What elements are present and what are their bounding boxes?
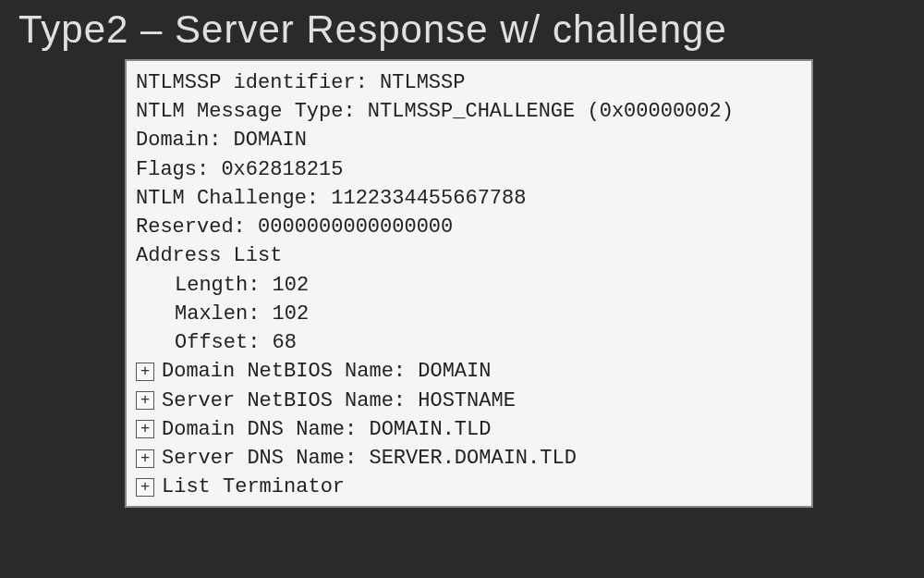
field-flags: Flags: 0x62818215 (136, 155, 808, 184)
packet-detail-panel: NTLMSSP identifier: NTLMSSP NTLM Message… (125, 59, 813, 508)
field-reserved: Reserved: 0000000000000000 (136, 213, 808, 241)
field-offset: Offset: 68 (136, 328, 808, 357)
field-ntlmssp-identifier: NTLMSSP identifier: NTLMSSP (136, 68, 808, 97)
field-domain: Domain: DOMAIN (136, 126, 808, 154)
field-ntlm-challenge: NTLM Challenge: 1122334455667788 (136, 184, 808, 213)
expand-icon[interactable]: + (136, 420, 154, 438)
row-server-netbios: + Server NetBIOS Name: HOSTNAME (136, 387, 808, 415)
expand-icon[interactable]: + (136, 449, 154, 468)
row-server-dns: + Server DNS Name: SERVER.DOMAIN.TLD (136, 444, 808, 473)
field-ntlm-message-type: NTLM Message Type: NTLMSSP_CHALLENGE (0x… (136, 97, 808, 126)
row-domain-netbios: + Domain NetBIOS Name: DOMAIN (136, 357, 808, 386)
field-length: Length: 102 (136, 271, 808, 300)
field-domain-dns: Domain DNS Name: DOMAIN.TLD (162, 415, 491, 444)
field-server-netbios: Server NetBIOS Name: HOSTNAME (162, 387, 516, 415)
field-list-terminator: List Terminator (162, 473, 345, 501)
field-server-dns: Server DNS Name: SERVER.DOMAIN.TLD (162, 444, 577, 473)
field-address-list: Address List (136, 241, 808, 270)
expand-icon[interactable]: + (136, 478, 154, 497)
row-list-terminator: + List Terminator (136, 473, 808, 501)
slide-title: Type2 – Server Response w/ challenge (0, 0, 924, 59)
field-maxlen: Maxlen: 102 (136, 300, 808, 328)
expand-icon[interactable]: + (136, 363, 154, 381)
expand-icon[interactable]: + (136, 391, 154, 410)
row-domain-dns: + Domain DNS Name: DOMAIN.TLD (136, 415, 808, 444)
field-domain-netbios: Domain NetBIOS Name: DOMAIN (162, 357, 491, 386)
